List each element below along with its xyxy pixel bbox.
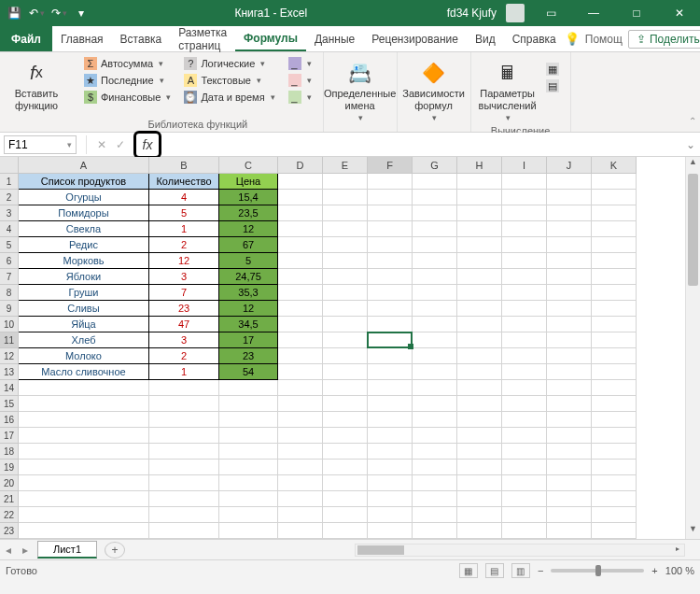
minimize-icon[interactable]: — bbox=[577, 0, 610, 26]
cell[interactable]: Свекла bbox=[19, 221, 149, 237]
col-header-K[interactable]: K bbox=[592, 157, 637, 174]
cell[interactable] bbox=[547, 523, 592, 539]
cell[interactable] bbox=[323, 317, 368, 332]
cell[interactable] bbox=[502, 475, 547, 491]
cell[interactable] bbox=[323, 301, 368, 317]
cell[interactable] bbox=[323, 507, 368, 523]
cell[interactable]: Молоко bbox=[19, 348, 149, 364]
cell[interactable] bbox=[592, 364, 637, 380]
cell[interactable] bbox=[413, 396, 457, 412]
cell[interactable] bbox=[502, 491, 547, 507]
cell[interactable]: 3 bbox=[149, 269, 219, 285]
cell[interactable] bbox=[278, 348, 323, 364]
cell[interactable] bbox=[278, 396, 323, 412]
row-header[interactable]: 11 bbox=[0, 332, 19, 348]
cell[interactable] bbox=[502, 460, 547, 475]
cell[interactable] bbox=[502, 412, 547, 428]
cell[interactable]: 2 bbox=[149, 237, 219, 253]
cell[interactable] bbox=[323, 396, 368, 412]
cell[interactable] bbox=[457, 221, 502, 237]
tab-вид[interactable]: Вид bbox=[467, 26, 504, 51]
cell[interactable] bbox=[457, 428, 502, 444]
cell[interactable]: Масло сливочное bbox=[19, 364, 149, 380]
row-header[interactable]: 16 bbox=[0, 412, 19, 428]
cell[interactable] bbox=[457, 523, 502, 539]
maximize-icon[interactable]: □ bbox=[620, 0, 653, 26]
cell[interactable] bbox=[547, 491, 592, 507]
cell[interactable] bbox=[278, 301, 323, 317]
tab-разметка страниц[interactable]: Разметка страниц bbox=[170, 26, 235, 51]
cell[interactable] bbox=[19, 523, 149, 539]
cell[interactable] bbox=[592, 428, 637, 444]
cell[interactable] bbox=[323, 221, 368, 237]
cell[interactable]: 5 bbox=[219, 253, 278, 269]
undo-icon[interactable]: ↶ bbox=[28, 5, 45, 21]
cell[interactable] bbox=[502, 428, 547, 444]
cell[interactable]: 15,4 bbox=[219, 190, 278, 205]
tab-справка[interactable]: Справка bbox=[504, 26, 565, 51]
cell[interactable] bbox=[413, 237, 457, 253]
cell[interactable] bbox=[592, 301, 637, 317]
cell[interactable]: 12 bbox=[219, 221, 278, 237]
cell[interactable] bbox=[413, 444, 457, 460]
logical-button[interactable]: ?Логические bbox=[180, 56, 278, 71]
cell[interactable] bbox=[278, 253, 323, 269]
cell[interactable] bbox=[547, 237, 592, 253]
cell[interactable] bbox=[502, 190, 547, 205]
cell[interactable]: Груши bbox=[19, 285, 149, 301]
cell[interactable]: 7 bbox=[149, 285, 219, 301]
cell[interactable]: 17 bbox=[219, 332, 278, 348]
cell[interactable] bbox=[368, 460, 413, 475]
autosum-button[interactable]: ΣАвтосумма bbox=[80, 56, 175, 71]
cell[interactable] bbox=[457, 491, 502, 507]
math-button[interactable]: ⎯ bbox=[285, 73, 315, 88]
help-label[interactable]: Помощ bbox=[585, 33, 623, 46]
cell[interactable] bbox=[323, 491, 368, 507]
cell[interactable]: 2 bbox=[149, 348, 219, 364]
cell[interactable] bbox=[278, 332, 323, 348]
row-header[interactable]: 21 bbox=[0, 491, 19, 507]
col-header-D[interactable]: D bbox=[278, 157, 323, 174]
cell[interactable] bbox=[219, 460, 278, 475]
cell[interactable] bbox=[149, 396, 219, 412]
cell[interactable] bbox=[368, 507, 413, 523]
row-header[interactable]: 13 bbox=[0, 364, 19, 380]
calc-options-button[interactable]: 🖩 Параметры вычислений bbox=[479, 56, 537, 123]
cell[interactable] bbox=[502, 285, 547, 301]
cell[interactable] bbox=[368, 221, 413, 237]
cell[interactable] bbox=[323, 523, 368, 539]
sheet-nav-prev-icon[interactable]: ◂ bbox=[0, 544, 17, 557]
recent-button[interactable]: ★Последние bbox=[80, 73, 175, 88]
cell[interactable] bbox=[547, 301, 592, 317]
cell[interactable]: 23,5 bbox=[219, 205, 278, 221]
cell[interactable] bbox=[323, 190, 368, 205]
cell[interactable] bbox=[278, 364, 323, 380]
cell[interactable] bbox=[368, 364, 413, 380]
cell[interactable]: 4 bbox=[149, 190, 219, 205]
cell[interactable] bbox=[547, 396, 592, 412]
cell[interactable] bbox=[502, 332, 547, 348]
cell[interactable] bbox=[323, 460, 368, 475]
cell[interactable] bbox=[219, 428, 278, 444]
cell[interactable] bbox=[592, 412, 637, 428]
cell[interactable] bbox=[149, 460, 219, 475]
cell[interactable] bbox=[368, 380, 413, 396]
col-header-F[interactable]: F bbox=[368, 157, 413, 174]
cell[interactable] bbox=[457, 460, 502, 475]
cell[interactable] bbox=[278, 269, 323, 285]
cell[interactable] bbox=[219, 507, 278, 523]
cell[interactable] bbox=[457, 285, 502, 301]
cell[interactable] bbox=[19, 444, 149, 460]
qat-customize-icon[interactable]: ▾ bbox=[73, 5, 90, 21]
cell[interactable] bbox=[457, 444, 502, 460]
zoom-level[interactable]: 100 % bbox=[665, 565, 694, 576]
cell[interactable]: 3 bbox=[149, 332, 219, 348]
cell[interactable]: 23 bbox=[149, 301, 219, 317]
zoom-in-icon[interactable]: + bbox=[651, 565, 657, 576]
cell[interactable] bbox=[502, 174, 547, 190]
row-header[interactable]: 22 bbox=[0, 507, 19, 523]
cell[interactable] bbox=[19, 475, 149, 491]
cell[interactable] bbox=[457, 475, 502, 491]
cell[interactable]: 23 bbox=[219, 348, 278, 364]
cell[interactable] bbox=[547, 428, 592, 444]
